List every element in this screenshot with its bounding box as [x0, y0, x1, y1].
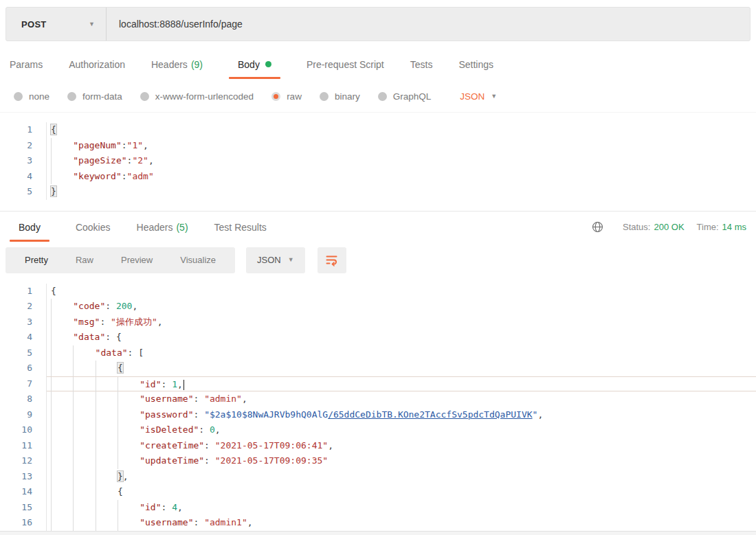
tab-params[interactable]: Params [10, 48, 43, 80]
tab-label: Settings [458, 59, 493, 70]
line-number: 2 [0, 138, 47, 154]
response-meta: Status: 200 OK Time: 14 ms [592, 212, 746, 243]
body-present-dot-icon [265, 61, 271, 67]
tab-label: Cookies [76, 222, 111, 233]
tab-tests[interactable]: Tests [410, 48, 433, 80]
chevron-down-icon: ▼ [491, 93, 497, 100]
tab-label: Test Results [214, 222, 267, 233]
request-body-editor[interactable]: 1{2 "pageNum":"1",3 "pageSize":"2",4 "ke… [0, 112, 756, 212]
tab-headers[interactable]: Headers(5) [137, 212, 188, 243]
tab-body[interactable]: Body [10, 212, 49, 243]
indent-guide [51, 153, 73, 169]
code-line-2: 2 "pageNum":"1", [0, 138, 756, 154]
view-pretty[interactable]: Pretty [11, 255, 62, 265]
request-url-section: POST ▼ localhost:8888/userInfo/page [0, 0, 756, 48]
code-line-16: 16 "username": "admin1", [0, 515, 756, 531]
tab-cookies[interactable]: Cookies [76, 212, 111, 243]
tab-pre-request-script[interactable]: Pre-request Script [307, 48, 384, 80]
code-line-10: 10 "isDeleted": 0, [0, 422, 756, 438]
indent-guide [51, 422, 73, 438]
raw-format-label: JSON [460, 91, 485, 102]
body-type-graphql[interactable]: GraphQL [378, 91, 432, 102]
line-number: 5 [0, 184, 47, 200]
code-line-content: { [47, 122, 756, 138]
tab-label: Authorization [69, 59, 125, 70]
tab-settings[interactable]: Settings [458, 48, 493, 80]
view-raw[interactable]: Raw [62, 255, 107, 265]
code-line-1: 1{ [0, 284, 756, 299]
radio-icon [140, 92, 149, 101]
line-number: 5 [0, 345, 47, 361]
code-line-content: { [47, 284, 756, 299]
indent-guide [51, 299, 73, 315]
code-line-4: 4 "keyword":"adm" [0, 169, 756, 185]
line-number: 6 [0, 361, 47, 376]
indent-guide [118, 377, 140, 393]
radio-label: binary [335, 91, 360, 102]
tab-authorization[interactable]: Authorization [69, 48, 125, 80]
code-line-4: 4 "data": { [0, 330, 756, 345]
code-line-15: 15 "id": 4, [0, 500, 756, 516]
line-number: 8 [0, 391, 47, 407]
tab-count-badge: (5) [176, 222, 188, 233]
response-body-editor[interactable]: 1{2 "code": 200,3 "msg": "操作成功",4 "data"… [0, 277, 756, 531]
body-type-x-www-form-urlencoded[interactable]: x-www-form-urlencoded [140, 91, 254, 102]
line-number: 1 [0, 122, 47, 138]
line-number: 2 [0, 299, 47, 315]
radio-icon [67, 92, 76, 101]
globe-icon[interactable] [592, 221, 603, 233]
indent-guide [73, 345, 95, 361]
code-line-6: 6 { [0, 361, 756, 376]
indent-guide [51, 361, 73, 376]
tab-headers[interactable]: Headers(9) [151, 48, 203, 80]
indent-guide [73, 422, 95, 438]
method-dropdown[interactable]: POST ▼ [6, 8, 107, 41]
indent-guide [118, 438, 140, 454]
body-type-raw[interactable]: raw [271, 91, 302, 102]
request-tabs: ParamsAuthorizationHeaders(9)BodyPre-req… [0, 48, 756, 80]
indent-guide [96, 515, 118, 531]
indent-guide [73, 438, 95, 454]
view-visualize[interactable]: Visualize [166, 255, 230, 265]
chevron-down-icon: ▼ [288, 257, 294, 263]
code-line-5: 5} [0, 184, 756, 200]
indent-guide [51, 438, 73, 454]
body-type-radios: noneform-datax-www-form-urlencodedrawbin… [14, 91, 449, 102]
text-cursor [184, 380, 185, 390]
horizontal-scrollbar[interactable] [0, 531, 756, 535]
wrap-text-button[interactable] [318, 247, 346, 273]
body-type-row: noneform-datax-www-form-urlencodedrawbin… [0, 80, 756, 112]
tab-test-results[interactable]: Test Results [214, 212, 267, 243]
indent-guide [96, 484, 118, 500]
view-preview[interactable]: Preview [107, 255, 166, 265]
line-number: 10 [0, 422, 47, 438]
wrap-text-icon [325, 253, 338, 266]
url-bar: POST ▼ localhost:8888/userInfo/page [5, 7, 751, 41]
response-format-label: JSON [257, 255, 281, 265]
radio-label: GraphQL [393, 91, 432, 102]
time-label: Time: [697, 222, 719, 232]
code-line-content: }, [47, 469, 756, 485]
indent-guide [96, 422, 118, 438]
tab-body[interactable]: Body [229, 48, 280, 80]
indent-guide [51, 315, 73, 330]
radio-label: none [29, 91, 49, 102]
tab-count-badge: (9) [191, 59, 203, 70]
response-view-switcher: PrettyRawPreviewVisualize [5, 247, 235, 273]
raw-format-dropdown[interactable]: JSON ▼ [460, 91, 497, 102]
code-line-content: "createTime": "2021-05-17T09:06:41", [47, 438, 756, 454]
body-type-none[interactable]: none [14, 91, 49, 102]
line-number: 13 [0, 469, 47, 485]
code-line-12: 12 "updateTime": "2021-05-17T09:09:35" [0, 453, 756, 469]
indent-guide [118, 453, 140, 469]
body-type-binary[interactable]: binary [320, 91, 360, 102]
indent-guide [73, 500, 95, 516]
response-format-dropdown[interactable]: JSON ▼ [246, 247, 305, 273]
url-input[interactable]: localhost:8888/userInfo/page [107, 19, 750, 30]
indent-guide [96, 377, 118, 393]
tab-label: Tests [410, 59, 433, 70]
indent-guide [51, 407, 73, 423]
code-line-content: "data": { [47, 330, 756, 345]
indent-guide [73, 515, 95, 531]
body-type-form-data[interactable]: form-data [67, 91, 122, 102]
